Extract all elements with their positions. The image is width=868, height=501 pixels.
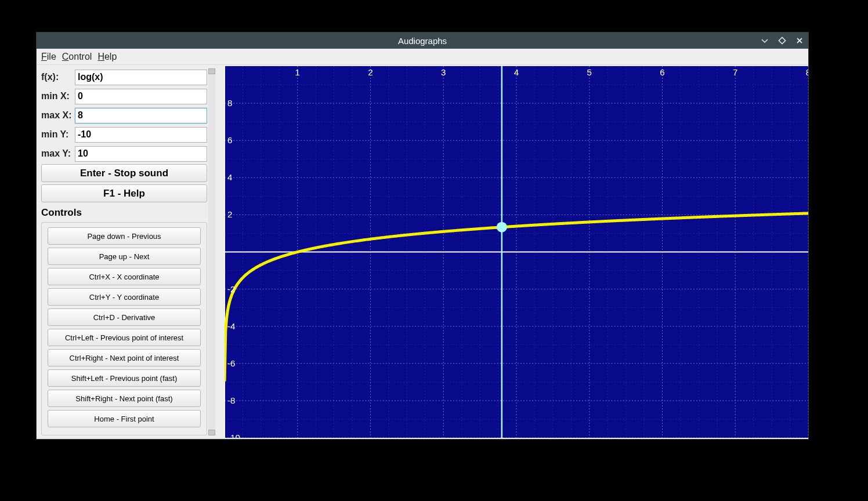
svg-text:-6: -6 — [227, 358, 235, 368]
minimize-icon[interactable] — [760, 35, 770, 46]
minx-label: min X: — [41, 91, 75, 101]
control-button-7[interactable]: Shift+Left - Previous point (fast) — [48, 369, 201, 387]
maxy-label: max Y: — [41, 148, 75, 159]
svg-text:-8: -8 — [227, 395, 235, 405]
svg-text:-10: -10 — [227, 433, 240, 438]
maxy-input[interactable] — [75, 146, 207, 162]
close-icon[interactable] — [794, 35, 805, 46]
control-button-9[interactable]: Home - First point — [48, 410, 201, 427]
miny-input[interactable] — [75, 127, 207, 143]
scroll-down-icon[interactable] — [208, 430, 215, 435]
control-button-1[interactable]: Page up - Next — [48, 248, 201, 265]
miny-label: min Y: — [41, 129, 75, 140]
help-button[interactable]: F1 - Help — [41, 184, 207, 202]
titlebar: Audiographs — [37, 32, 808, 49]
control-button-5[interactable]: Ctrl+Left - Previous point of interest — [48, 329, 201, 346]
svg-text:1: 1 — [295, 67, 300, 77]
menu-control[interactable]: Control — [62, 52, 92, 62]
controls-header: Controls — [41, 207, 207, 219]
control-button-8[interactable]: Shift+Right - Next point (fast) — [48, 390, 201, 407]
svg-text:2: 2 — [368, 67, 372, 77]
window-title: Audiographs — [398, 36, 447, 46]
control-button-3[interactable]: Ctrl+Y - Y coordinate — [48, 288, 201, 306]
maxx-input[interactable] — [75, 108, 207, 124]
maxx-label: max X: — [41, 110, 75, 121]
svg-text:4: 4 — [227, 172, 232, 182]
svg-text:-4: -4 — [227, 321, 235, 331]
svg-text:-2: -2 — [227, 284, 235, 294]
svg-text:4: 4 — [514, 67, 519, 77]
svg-text:6: 6 — [227, 135, 232, 145]
svg-text:2: 2 — [227, 209, 232, 219]
control-button-6[interactable]: Ctrl+Right - Next point of interest — [48, 349, 201, 366]
svg-text:5: 5 — [587, 67, 592, 77]
svg-text:6: 6 — [660, 67, 664, 77]
control-button-4[interactable]: Ctrl+D - Derivative — [48, 308, 201, 326]
svg-text:7: 7 — [733, 67, 737, 77]
left-panel: f(x): min X: max X: min Y: max Y: — [37, 65, 219, 439]
scroll-up-icon[interactable] — [208, 68, 215, 74]
control-button-2[interactable]: Ctrl+X - X coordinate — [48, 268, 201, 285]
chart-area: 12345678-10-8-6-4-22468 — [219, 65, 808, 439]
control-button-0[interactable]: Page down - Previous — [48, 227, 201, 245]
svg-point-76 — [497, 222, 507, 233]
fx-label: f(x): — [41, 72, 75, 82]
menubar: File Control Help — [37, 49, 808, 65]
app-window: Audiographs File Control Help f(x): — [36, 32, 809, 440]
chart[interactable]: 12345678-10-8-6-4-22468 — [225, 66, 808, 438]
enter-button[interactable]: Enter - Stop sound — [41, 164, 207, 182]
fx-input[interactable] — [75, 70, 207, 85]
minx-input[interactable] — [75, 89, 207, 104]
svg-text:8: 8 — [806, 67, 808, 77]
maximize-icon[interactable] — [777, 35, 787, 46]
controls-box: Page down - PreviousPage up - NextCtrl+X… — [41, 222, 207, 435]
scrollbar[interactable] — [208, 68, 215, 435]
menu-file[interactable]: File — [41, 52, 56, 62]
svg-rect-0 — [779, 37, 785, 43]
svg-text:8: 8 — [227, 98, 232, 108]
svg-text:3: 3 — [441, 67, 446, 77]
menu-help[interactable]: Help — [97, 52, 117, 62]
